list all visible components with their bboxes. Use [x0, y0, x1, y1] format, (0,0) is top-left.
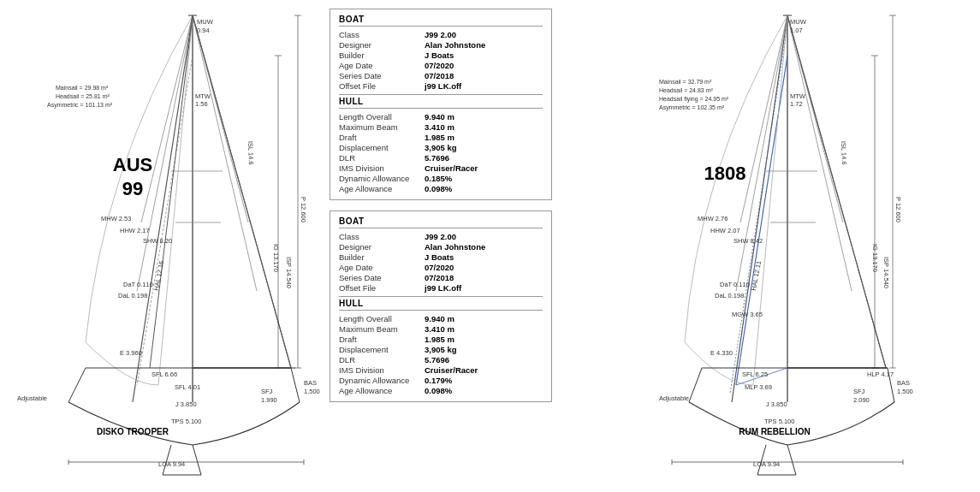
boat-name-label-left: DISKO TROOPER [97, 427, 169, 436]
svg-line-42 [740, 15, 787, 222]
svg-line-33 [732, 15, 787, 402]
card2-row-class: Class J99 2.00 [339, 232, 543, 241]
svg-line-7 [291, 368, 300, 402]
svg-text:1.500: 1.500 [304, 388, 320, 395]
isl-label-right: ISL 14.6 [840, 141, 848, 165]
sfl-label-right: SFL 6.25 [742, 370, 768, 378]
svg-line-16 [193, 15, 291, 368]
card2-value-class: J99 2.00 [425, 232, 543, 241]
shw-label-right: SHW 8.42 [734, 237, 763, 245]
card1-row-displacement: Displacement 3,905 kg [339, 143, 543, 152]
card1-label-offsetfile: Offset File [339, 81, 425, 91]
card2-label-displacement: Displacement [339, 345, 425, 354]
loa-label-left: LOA 9.94 [158, 460, 185, 468]
boat-right-diagram: MUW 1.07 MTW 1.72 Mainsail = 32.79 m² He… [655, 0, 980, 492]
muw-label-left: MUW [197, 18, 214, 26]
svg-text:Asymmetric = 102.35 m²: Asymmetric = 102.35 m² [659, 104, 725, 111]
svg-line-15 [150, 15, 193, 368]
hhw-label-left: HHW 2.17 [120, 227, 150, 234]
card2-value-designer: Alan Johnstone [425, 242, 543, 252]
card2-value-seriesdate: 07/2018 [425, 273, 543, 282]
ig-label-right: IG 13.170 [871, 244, 879, 272]
card1-hull-title: HULL [339, 94, 543, 109]
card1-boat-title: BOAT [339, 15, 543, 27]
boat-left-svg: MUW 0.94 MTW 1.56 Mainsail = 29.98 m² He… [0, 0, 325, 492]
card2-label-seriesdate: Series Date [339, 273, 425, 282]
card1-label-age: Age Allowance [339, 184, 425, 193]
card2-label-dlr: DLR [339, 355, 425, 365]
sfj-label-left: SFJ [261, 388, 273, 395]
svg-text:Asymmetric = 101.13 m²: Asymmetric = 101.13 m² [47, 102, 113, 109]
card2-value-ims: Cruiser/Racer [425, 365, 543, 375]
card2-hull-title: HULL [339, 296, 543, 311]
p-label-left: P 12.600 [300, 197, 307, 222]
svg-text:Headsail flying = 24.95 m²: Headsail flying = 24.95 m² [659, 96, 729, 103]
card2-row-displacement: Displacement 3,905 kg [339, 345, 543, 354]
card1-label-beam: Maximum Beam [339, 122, 425, 132]
card1-value-beam: 3.410 m [425, 122, 543, 132]
card2-row-beam: Maximum Beam 3.410 m [339, 324, 543, 334]
card2-row-agedate: Age Date 07/2020 [339, 263, 543, 272]
card1-hull-fields: Length Overall 9.940 m Maximum Beam 3.41… [339, 112, 543, 193]
card1-label-designer: Designer [339, 40, 425, 50]
card2-row-loa: Length Overall 9.940 m [339, 314, 543, 323]
shw-label-left: SHW 8.20 [143, 237, 172, 245]
card1-value-dlr: 5.7696 [425, 153, 543, 163]
card2-label-dynamic: Dynamic Allowance [339, 376, 425, 385]
card1-label-agedate: Age Date [339, 61, 425, 70]
svg-line-34 [736, 56, 787, 385]
sail-notes-left: Mainsail = 29.98 m² [56, 85, 109, 91]
card1-value-ims: Cruiser/Racer [425, 163, 543, 173]
svg-line-36 [730, 26, 787, 394]
main-container: MUW 0.94 MTW 1.56 Mainsail = 29.98 m² He… [0, 0, 980, 492]
svg-text:Headsail = 24.83 m²: Headsail = 24.83 m² [659, 87, 714, 93]
mgw-label-right: MGW 3.65 [732, 311, 763, 318]
sfj-label-right: SFJ [853, 388, 865, 395]
svg-text:1.500: 1.500 [897, 388, 913, 395]
card1-label-dynamic: Dynamic Allowance [339, 174, 425, 183]
card2-label-class: Class [339, 232, 425, 241]
adjustable-label-right: Adjustable [659, 394, 689, 402]
card1-value-offsetfile: j99 LK.off [425, 81, 543, 91]
sail-notes-right: Mainsail = 32.79 m² [659, 79, 712, 85]
card1-label-draft: Draft [339, 133, 425, 142]
info-center: BOAT Class J99 2.00 Designer Alan Johnst… [325, 0, 655, 492]
card2-label-draft: Draft [339, 335, 425, 344]
svg-text:1.07: 1.07 [790, 27, 803, 34]
card2-value-dynamic: 0.179% [425, 376, 543, 385]
e-label-right: E 4.330 [710, 349, 733, 357]
bas-label-left: BAS [304, 379, 317, 387]
boat-left-diagram: MUW 0.94 MTW 1.56 Mainsail = 29.98 m² He… [0, 0, 325, 492]
card1-value-seriesdate: 07/2018 [425, 71, 543, 80]
card1-value-class: J99 2.00 [425, 30, 543, 39]
boat-card-2: BOAT Class J99 2.00 Designer Alan Johnst… [330, 210, 552, 402]
sfl-label-left: SFL 6.66 [151, 370, 177, 378]
card1-label-seriesdate: Series Date [339, 71, 425, 80]
card1-row-builder: Builder J Boats [339, 50, 543, 60]
card1-label-class: Class [339, 30, 425, 39]
muw-label-right: MUW [790, 18, 807, 26]
muw-val-left: 0.94 [197, 27, 210, 34]
svg-text:1.990: 1.990 [261, 396, 277, 404]
dal-label-right: DaL 0.198 [715, 292, 744, 299]
card2-value-age: 0.098% [425, 386, 543, 395]
card2-row-builder: Builder J Boats [339, 252, 543, 262]
card2-label-agedate: Age Date [339, 263, 425, 272]
svg-text:1.72: 1.72 [790, 100, 803, 108]
card1-row-beam: Maximum Beam 3.410 m [339, 122, 543, 132]
p-label-right: P 12.600 [894, 197, 902, 222]
card1-value-dynamic: 0.185% [425, 174, 543, 183]
boat-number-right: 1808 [704, 163, 746, 184]
card2-boat-fields: Class J99 2.00 Designer Alan Johnstone B… [339, 232, 543, 293]
card1-value-agedate: 07/2020 [425, 61, 543, 70]
card1-row-dlr: DLR 5.7696 [339, 153, 543, 163]
isl-label-left: ISL 14.6 [246, 141, 255, 165]
svg-line-47 [787, 15, 886, 368]
svg-line-12 [137, 15, 193, 291]
card2-hull-fields: Length Overall 9.940 m Maximum Beam 3.41… [339, 314, 543, 395]
adjustable-label-left: Adjustable [17, 394, 47, 402]
dal-label-left: DaL 0.198 [118, 292, 147, 299]
card1-row-draft: Draft 1.985 m [339, 133, 543, 142]
j-label-right: J 3.850 [766, 400, 787, 408]
e-label-left: E 3.960 [120, 349, 142, 357]
